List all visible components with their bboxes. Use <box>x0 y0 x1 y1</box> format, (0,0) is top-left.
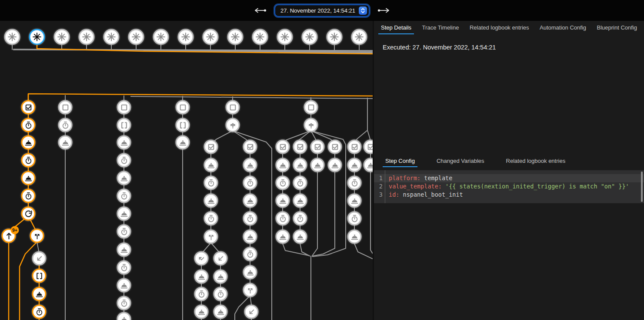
graph-node-service-bell[interactable] <box>276 230 290 244</box>
graph-node-service-bell[interactable] <box>243 194 257 208</box>
graph-node-service-bell[interactable] <box>328 158 342 172</box>
graph-node-timer[interactable] <box>243 247 257 261</box>
graph-node-service-bell[interactable] <box>117 135 131 150</box>
graph-node-timer[interactable] <box>32 305 47 319</box>
graph-node-service-bell[interactable] <box>194 270 209 284</box>
tab-step-details[interactable]: Step Details <box>378 21 414 34</box>
graph-node-timer[interactable] <box>117 296 131 310</box>
graph-node-service-bell[interactable] <box>21 171 36 185</box>
graph-node-asterisk[interactable] <box>29 29 45 45</box>
graph-node-asterisk[interactable] <box>178 29 194 45</box>
graph-node-timer[interactable] <box>276 176 290 190</box>
graph-node-service-bell[interactable] <box>293 158 307 172</box>
graph-node-timer[interactable] <box>21 153 36 168</box>
next-run-button[interactable] <box>376 6 392 15</box>
graph-node-service-bell[interactable] <box>176 135 190 150</box>
graph-node-checkbox-marked[interactable] <box>21 100 36 115</box>
graph-node-timer[interactable] <box>243 211 257 226</box>
graph-node-service-bell[interactable] <box>214 270 228 284</box>
graph-node-service-bell[interactable] <box>117 207 131 221</box>
graph-node-brackets[interactable] <box>117 118 131 132</box>
graph-node-asterisk[interactable] <box>327 29 343 45</box>
graph-node-timer[interactable] <box>117 153 131 168</box>
graph-node-checkbox-blank[interactable] <box>304 100 318 115</box>
graph-node-checkbox-marked[interactable] <box>347 140 362 154</box>
graph-node-refresh[interactable] <box>21 207 36 221</box>
graph-node-checkbox-marked[interactable] <box>204 140 218 154</box>
code-scrollbar[interactable] <box>641 172 643 202</box>
graph-node-service-bell[interactable] <box>204 194 218 208</box>
graph-node-call-split[interactable] <box>30 229 44 243</box>
tab-related-logbook-entries[interactable]: Related logbook entries <box>467 21 532 34</box>
graph-node-service-bell[interactable] <box>276 194 290 208</box>
graph-node-service-bell[interactable] <box>276 158 290 172</box>
graph-node-asterisk[interactable] <box>351 29 367 45</box>
graph-node-checkbox-marked[interactable] <box>328 140 342 154</box>
graph-node-checkbox-marked[interactable] <box>243 140 257 154</box>
graph-node-asterisk[interactable] <box>54 29 70 45</box>
graph-node-timer[interactable] <box>347 211 362 226</box>
graph-node-checkbox-marked[interactable] <box>310 140 325 154</box>
graph-node-service-bell[interactable] <box>347 158 362 172</box>
graph-node-checkbox-blank[interactable] <box>176 100 190 115</box>
graph-node-service-bell[interactable] <box>347 230 362 244</box>
graph-node-service-bell[interactable] <box>243 265 257 280</box>
graph-node-asterisk[interactable] <box>252 29 268 45</box>
graph-node-checkbox-marked[interactable] <box>293 140 307 154</box>
graph-node-timer[interactable] <box>117 224 131 239</box>
graph-node-service-bell[interactable] <box>243 230 257 244</box>
subtab-changed-variables[interactable]: Changed Variables <box>434 154 487 167</box>
graph-node-asterisk[interactable] <box>4 29 20 45</box>
graph-node-asterisk[interactable] <box>277 29 293 45</box>
graph-node-timer[interactable] <box>117 261 131 275</box>
graph-node-service-bell[interactable] <box>214 305 228 319</box>
graph-node-call-split[interactable] <box>204 230 218 244</box>
graph-node-service-bell[interactable] <box>204 158 218 172</box>
graph-node-service-bell[interactable] <box>310 158 325 172</box>
graph-node-timer[interactable] <box>21 189 36 203</box>
graph-node-service-bell[interactable] <box>117 171 131 185</box>
graph-node-timer[interactable] <box>214 287 228 301</box>
graph-node-service-bell[interactable] <box>293 194 307 208</box>
run-selector[interactable]: 27. November 2022, 14:54:21 <box>275 5 369 16</box>
graph-node-asterisk[interactable] <box>302 29 318 45</box>
graph-node-service-bell[interactable] <box>117 243 131 257</box>
graph-node-asterisk[interactable] <box>203 29 219 45</box>
graph-node-timer[interactable] <box>117 189 131 203</box>
graph-node-checkbox-blank[interactable] <box>117 100 131 115</box>
graph-node-service-bell[interactable] <box>21 135 36 150</box>
tab-automation-config[interactable]: Automation Config <box>537 21 589 34</box>
graph-node-asterisk[interactable] <box>128 29 144 45</box>
graph-node-arrow-bottom-left[interactable] <box>32 251 47 266</box>
graph-node-timer[interactable] <box>293 176 307 190</box>
graph-node-timer[interactable] <box>347 176 362 190</box>
graph-node-choose-split[interactable] <box>304 118 318 132</box>
graph-node-timer[interactable] <box>243 176 257 190</box>
graph-node-service-bell[interactable] <box>194 305 209 319</box>
graph-node-timer[interactable] <box>21 118 36 132</box>
graph-node-service-bell[interactable] <box>347 194 362 208</box>
graph-node-timer[interactable] <box>204 211 218 226</box>
graph-node-timer[interactable] <box>293 211 307 226</box>
tab-trace-timeline[interactable]: Trace Timeline <box>420 21 462 34</box>
graph-node-arrow-check[interactable] <box>194 251 209 266</box>
graph-node-timer[interactable] <box>204 176 218 190</box>
graph-node-asterisk[interactable] <box>103 29 120 45</box>
graph-node-asterisk[interactable] <box>153 29 169 45</box>
graph-node-arrow-bottom-left[interactable] <box>214 251 228 266</box>
graph-node-choose-split[interactable] <box>226 118 240 132</box>
graph-node-checkbox-blank[interactable] <box>226 100 240 115</box>
graph-node-brackets[interactable] <box>176 118 190 132</box>
graph-node-timer[interactable] <box>194 287 209 301</box>
graph-node-brackets[interactable] <box>32 269 47 283</box>
subtab-related-logbook-entries[interactable]: Related logbook entries <box>504 154 568 167</box>
tab-blueprint-config[interactable]: Blueprint Config <box>594 21 640 34</box>
graph-node-arrow-bottom-left[interactable] <box>244 305 259 319</box>
graph-node-timer[interactable] <box>58 118 73 132</box>
graph-node-call-split[interactable] <box>243 283 257 297</box>
graph-node-service-bell[interactable] <box>117 278 131 293</box>
graph-node-service-bell[interactable] <box>243 158 257 172</box>
graph-node-checkbox-marked[interactable] <box>276 140 290 154</box>
previous-run-button[interactable] <box>252 6 268 15</box>
graph-node-asterisk[interactable] <box>79 29 95 45</box>
